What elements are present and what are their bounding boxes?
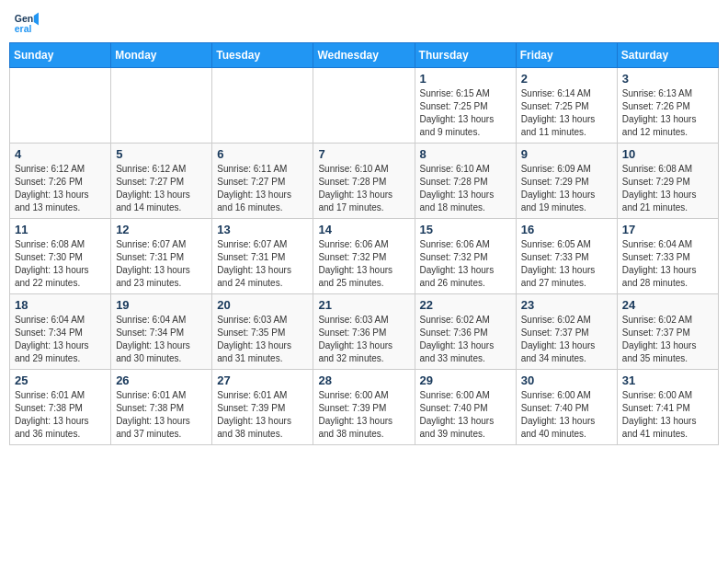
day-info: Sunrise: 6:00 AM Sunset: 7:40 PM Dayligh… (521, 389, 612, 441)
day-info: Sunrise: 6:12 AM Sunset: 7:27 PM Dayligh… (116, 163, 207, 214)
day-number: 24 (622, 298, 713, 312)
day-info: Sunrise: 6:08 AM Sunset: 7:30 PM Dayligh… (15, 238, 106, 290)
calendar-day-cell: 29Sunrise: 6:00 AM Sunset: 7:40 PM Dayli… (415, 370, 516, 445)
day-number: 13 (217, 223, 308, 236)
calendar-day-cell: 3Sunrise: 6:13 AM Sunset: 7:26 PM Daylig… (617, 68, 718, 144)
day-info: Sunrise: 6:00 AM Sunset: 7:39 PM Dayligh… (318, 389, 409, 441)
calendar-day-cell: 15Sunrise: 6:06 AM Sunset: 7:32 PM Dayli… (415, 219, 516, 294)
weekday-header-cell: Wednesday (313, 43, 415, 68)
day-info: Sunrise: 6:03 AM Sunset: 7:35 PM Dayligh… (217, 314, 308, 365)
day-number: 16 (521, 223, 612, 236)
calendar-day-cell: 27Sunrise: 6:01 AM Sunset: 7:39 PM Dayli… (212, 370, 313, 445)
weekday-header-row: SundayMondayTuesdayWednesdayThursdayFrid… (10, 43, 719, 68)
day-number: 2 (521, 72, 612, 86)
calendar-day-cell: 10Sunrise: 6:08 AM Sunset: 7:29 PM Dayli… (617, 144, 718, 219)
day-number: 15 (420, 223, 511, 236)
day-number: 18 (15, 298, 106, 312)
calendar-day-cell: 24Sunrise: 6:02 AM Sunset: 7:37 PM Dayli… (617, 294, 718, 370)
day-number: 30 (521, 373, 612, 387)
calendar-day-cell: 25Sunrise: 6:01 AM Sunset: 7:38 PM Dayli… (10, 370, 111, 445)
day-info: Sunrise: 6:01 AM Sunset: 7:38 PM Dayligh… (116, 389, 207, 441)
day-info: Sunrise: 6:07 AM Sunset: 7:31 PM Dayligh… (116, 238, 207, 290)
svg-text:eral: eral (15, 23, 32, 34)
day-info: Sunrise: 6:11 AM Sunset: 7:27 PM Dayligh… (217, 163, 308, 214)
calendar-day-cell: 14Sunrise: 6:06 AM Sunset: 7:32 PM Dayli… (313, 219, 415, 294)
calendar-week-row: 4Sunrise: 6:12 AM Sunset: 7:26 PM Daylig… (10, 144, 719, 219)
day-number: 3 (622, 72, 713, 86)
calendar-day-cell: 1Sunrise: 6:15 AM Sunset: 7:25 PM Daylig… (415, 68, 516, 144)
calendar-day-cell: 30Sunrise: 6:00 AM Sunset: 7:40 PM Dayli… (516, 370, 617, 445)
calendar-day-cell (212, 68, 313, 144)
day-info: Sunrise: 6:06 AM Sunset: 7:32 PM Dayligh… (318, 238, 409, 290)
day-number: 11 (15, 223, 106, 236)
calendar-day-cell: 31Sunrise: 6:00 AM Sunset: 7:41 PM Dayli… (617, 370, 718, 445)
calendar-day-cell: 9Sunrise: 6:09 AM Sunset: 7:29 PM Daylig… (516, 144, 617, 219)
calendar-week-row: 1Sunrise: 6:15 AM Sunset: 7:25 PM Daylig… (10, 68, 719, 144)
day-info: Sunrise: 6:01 AM Sunset: 7:38 PM Dayligh… (15, 389, 106, 441)
day-info: Sunrise: 6:14 AM Sunset: 7:25 PM Dayligh… (521, 87, 612, 139)
day-number: 25 (15, 373, 106, 387)
calendar-day-cell: 16Sunrise: 6:05 AM Sunset: 7:33 PM Dayli… (516, 219, 617, 294)
day-info: Sunrise: 6:04 AM Sunset: 7:33 PM Dayligh… (622, 238, 713, 290)
weekday-header-cell: Sunday (10, 43, 111, 68)
day-number: 29 (420, 373, 511, 387)
logo-icon: Gen eral (13, 9, 39, 35)
calendar-day-cell: 28Sunrise: 6:00 AM Sunset: 7:39 PM Dayli… (313, 370, 415, 445)
calendar-week-row: 11Sunrise: 6:08 AM Sunset: 7:30 PM Dayli… (10, 219, 719, 294)
day-number: 14 (318, 223, 409, 236)
day-info: Sunrise: 6:07 AM Sunset: 7:31 PM Dayligh… (217, 238, 308, 290)
calendar-table: SundayMondayTuesdayWednesdayThursdayFrid… (9, 42, 719, 445)
day-info: Sunrise: 6:03 AM Sunset: 7:36 PM Dayligh… (318, 314, 409, 365)
day-info: Sunrise: 6:13 AM Sunset: 7:26 PM Dayligh… (622, 87, 713, 139)
day-number: 7 (318, 147, 409, 161)
day-number: 10 (622, 147, 713, 161)
day-info: Sunrise: 6:05 AM Sunset: 7:33 PM Dayligh… (521, 238, 612, 290)
calendar-day-cell: 4Sunrise: 6:12 AM Sunset: 7:26 PM Daylig… (10, 144, 111, 219)
day-number: 28 (318, 373, 409, 387)
day-info: Sunrise: 6:10 AM Sunset: 7:28 PM Dayligh… (318, 163, 409, 214)
calendar-day-cell: 20Sunrise: 6:03 AM Sunset: 7:35 PM Dayli… (212, 294, 313, 370)
day-info: Sunrise: 6:06 AM Sunset: 7:32 PM Dayligh… (420, 238, 511, 290)
weekday-header-cell: Tuesday (212, 43, 313, 68)
weekday-header-cell: Friday (516, 43, 617, 68)
day-info: Sunrise: 6:04 AM Sunset: 7:34 PM Dayligh… (15, 314, 106, 365)
calendar-day-cell: 18Sunrise: 6:04 AM Sunset: 7:34 PM Dayli… (10, 294, 111, 370)
calendar-day-cell: 7Sunrise: 6:10 AM Sunset: 7:28 PM Daylig… (313, 144, 415, 219)
calendar-day-cell (10, 68, 111, 144)
calendar-day-cell: 22Sunrise: 6:02 AM Sunset: 7:36 PM Dayli… (415, 294, 516, 370)
calendar-week-row: 25Sunrise: 6:01 AM Sunset: 7:38 PM Dayli… (10, 370, 719, 445)
calendar-week-row: 18Sunrise: 6:04 AM Sunset: 7:34 PM Dayli… (10, 294, 719, 370)
calendar-day-cell: 11Sunrise: 6:08 AM Sunset: 7:30 PM Dayli… (10, 219, 111, 294)
day-info: Sunrise: 6:02 AM Sunset: 7:37 PM Dayligh… (521, 314, 612, 365)
day-info: Sunrise: 6:12 AM Sunset: 7:26 PM Dayligh… (15, 163, 106, 214)
day-number: 19 (116, 298, 207, 312)
calendar-day-cell: 17Sunrise: 6:04 AM Sunset: 7:33 PM Dayli… (617, 219, 718, 294)
calendar-body: 1Sunrise: 6:15 AM Sunset: 7:25 PM Daylig… (10, 68, 719, 445)
svg-marker-2 (34, 13, 39, 26)
calendar-day-cell (313, 68, 415, 144)
day-info: Sunrise: 6:04 AM Sunset: 7:34 PM Dayligh… (116, 314, 207, 365)
calendar-day-cell: 6Sunrise: 6:11 AM Sunset: 7:27 PM Daylig… (212, 144, 313, 219)
page-header: Gen eral (9, 9, 719, 35)
calendar-day-cell: 26Sunrise: 6:01 AM Sunset: 7:38 PM Dayli… (111, 370, 212, 445)
calendar-day-cell: 21Sunrise: 6:03 AM Sunset: 7:36 PM Dayli… (313, 294, 415, 370)
weekday-header-cell: Monday (111, 43, 212, 68)
day-number: 1 (420, 72, 511, 86)
calendar-day-cell: 12Sunrise: 6:07 AM Sunset: 7:31 PM Dayli… (111, 219, 212, 294)
day-number: 9 (521, 147, 612, 161)
calendar-day-cell: 5Sunrise: 6:12 AM Sunset: 7:27 PM Daylig… (111, 144, 212, 219)
calendar-day-cell: 19Sunrise: 6:04 AM Sunset: 7:34 PM Dayli… (111, 294, 212, 370)
day-number: 21 (318, 298, 409, 312)
day-number: 6 (217, 147, 308, 161)
day-info: Sunrise: 6:10 AM Sunset: 7:28 PM Dayligh… (420, 163, 511, 214)
calendar-day-cell: 2Sunrise: 6:14 AM Sunset: 7:25 PM Daylig… (516, 68, 617, 144)
calendar-day-cell: 13Sunrise: 6:07 AM Sunset: 7:31 PM Dayli… (212, 219, 313, 294)
weekday-header-cell: Thursday (415, 43, 516, 68)
day-number: 20 (217, 298, 308, 312)
day-number: 8 (420, 147, 511, 161)
day-info: Sunrise: 6:00 AM Sunset: 7:40 PM Dayligh… (420, 389, 511, 441)
day-number: 26 (116, 373, 207, 387)
day-number: 12 (116, 223, 207, 236)
logo: Gen eral (13, 9, 42, 35)
weekday-header-cell: Saturday (617, 43, 718, 68)
